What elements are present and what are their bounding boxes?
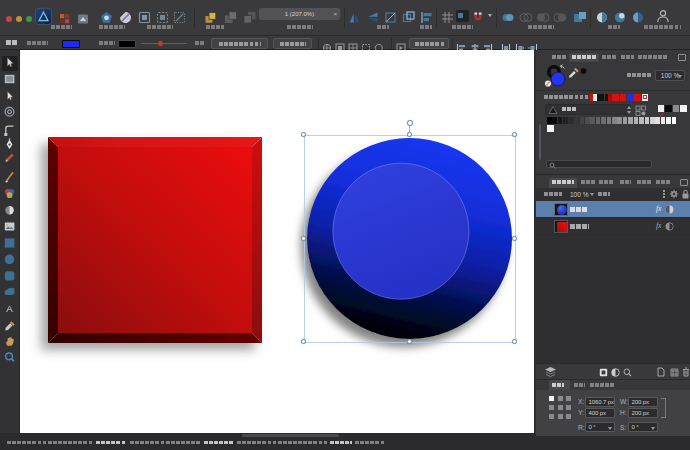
svg-text:A: A xyxy=(6,303,13,314)
